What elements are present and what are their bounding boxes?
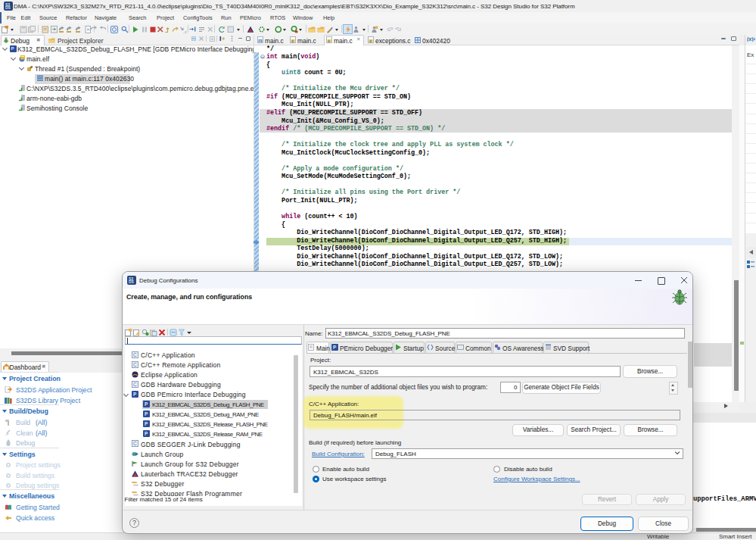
svg-text:C: C (133, 362, 137, 367)
svg-text:P: P (333, 345, 337, 350)
svg-text:C: C (133, 352, 137, 357)
svg-text:C: C (133, 442, 137, 447)
svg-text:P: P (145, 422, 148, 427)
svg-text:P: P (133, 392, 137, 397)
svg-text:C: C (133, 382, 137, 387)
svg-text:.c: .c (183, 30, 188, 33)
svg-text:P: P (145, 432, 148, 437)
svg-text:P: P (145, 401, 148, 407)
svg-text:(x)=: (x)= (747, 36, 755, 42)
svg-text:P: P (145, 411, 148, 417)
